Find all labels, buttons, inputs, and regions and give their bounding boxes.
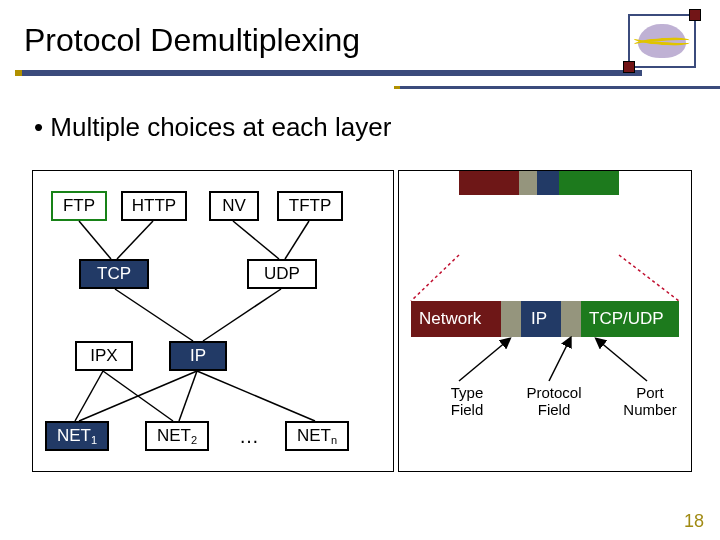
netn-pre: NET [297,426,331,446]
box-net1: NET1 [45,421,109,451]
logo [628,14,696,68]
box-ftp: FTP [51,191,107,221]
packet-seg-network [459,171,519,195]
page-number: 18 [684,511,704,532]
rule-thin [400,86,720,89]
hdr-proto [561,301,581,337]
svg-line-3 [285,221,309,259]
hdr-type [501,301,521,337]
svg-line-4 [115,289,193,341]
svg-line-6 [75,371,103,421]
packet-seg-ip [537,171,559,195]
logo-square-tr [689,9,701,21]
box-netn: NETn [285,421,349,451]
box-udp: UDP [247,259,317,289]
netn-sub: n [331,434,337,446]
svg-line-7 [103,371,173,421]
box-nv: NV [209,191,259,221]
svg-line-5 [203,289,281,341]
slide: Protocol Demultiplexing • Multiple choic… [0,0,720,540]
svg-line-0 [79,221,111,259]
panel-left: FTP HTTP NV TFTP TCP UDP IPX IP NET1 NET… [32,170,394,472]
packet-seg-payload [559,171,619,195]
net-ellipsis: … [239,425,261,448]
svg-line-2 [233,221,279,259]
label-type-field: Type Field [437,385,497,418]
bullet-text: Multiple choices at each layer [50,112,391,142]
rule-accent-top [15,70,22,76]
svg-line-13 [459,341,507,381]
svg-line-14 [549,341,569,381]
box-http: HTTP [121,191,187,221]
net2-sub: 2 [191,434,197,446]
box-tftp: TFTP [277,191,343,221]
hdr-ip-label: IP [531,309,547,329]
page-title: Protocol Demultiplexing [24,22,360,59]
logo-square-bl [623,61,635,73]
box-ip: IP [169,341,227,371]
svg-line-1 [117,221,153,259]
net1-pre: NET [57,426,91,446]
net1-sub: 1 [91,434,97,446]
svg-line-8 [79,371,197,421]
svg-line-9 [179,371,197,421]
bullet-line: • Multiple choices at each layer [34,112,391,143]
label-protocol-field: Protocol Field [519,385,589,418]
svg-line-15 [599,341,647,381]
box-tcp: TCP [79,259,149,289]
svg-line-10 [197,371,315,421]
net2-pre: NET [157,426,191,446]
box-ipx: IPX [75,341,133,371]
panel-right: Network IP TCP/UDP Type Field Protocol F… [398,170,692,472]
hdr-network-label: Network [419,309,481,329]
svg-line-12 [619,255,679,301]
svg-line-11 [411,255,459,301]
box-net2: NET2 [145,421,209,451]
label-port-number: Port Number [617,385,683,418]
hdr-tcpudp-label: TCP/UDP [589,309,664,329]
rule-thick [22,70,642,76]
packet-seg-type [519,171,537,195]
